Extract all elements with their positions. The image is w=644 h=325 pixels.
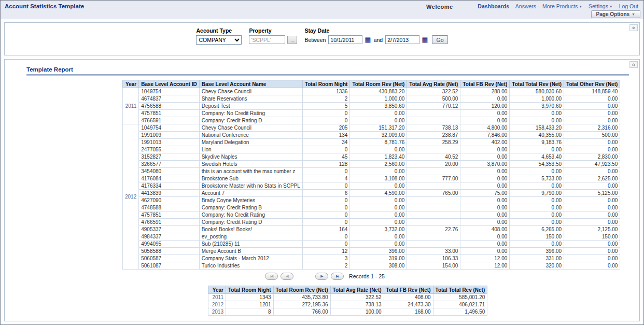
data-cell: 2477055 xyxy=(139,146,199,153)
go-button[interactable]: Go xyxy=(432,35,447,44)
calendar-icon[interactable]: ▦ xyxy=(422,36,428,43)
table-row: 5060587Company Stats - March 20123319.00… xyxy=(123,255,620,262)
data-cell: 1,823.40 xyxy=(350,153,407,161)
data-cell: 1991013 xyxy=(139,139,199,146)
summary-header: YearTotal Room NightTotal Room Rev (Net)… xyxy=(208,286,487,294)
data-cell: 20.00 xyxy=(407,161,460,168)
data-cell: 320.00 xyxy=(510,262,564,270)
data-cell: 1,000.00 xyxy=(510,95,564,103)
column-header: Total Avg Rate (Net) xyxy=(407,80,460,88)
summary-column-header: Total Room Night xyxy=(226,286,274,294)
calendar-icon[interactable]: ▦ xyxy=(365,36,371,43)
summary-column-header: Total FB Rev (Net) xyxy=(384,286,433,294)
nav-link-log-out[interactable]: Log Out xyxy=(619,3,638,9)
table-row: 5058588Merge Account B12396.0033.000.003… xyxy=(123,248,620,255)
data-cell: 0.00 xyxy=(510,204,564,211)
table-row: 4748588Company: Credit Rating B00.000.00… xyxy=(123,204,620,211)
table-row: 3454080this is an account with the max n… xyxy=(123,168,620,175)
previous-page-button[interactable]: ◀ xyxy=(281,273,293,280)
data-cell: Company: Credit Rating B xyxy=(199,204,302,211)
last-page-button[interactable]: ▶| xyxy=(331,273,344,280)
data-cell: 106.33 xyxy=(407,255,460,262)
data-cell: 4756588 xyxy=(139,103,199,110)
between-label: Between xyxy=(304,37,326,43)
account-type-select[interactable]: COMPANY xyxy=(196,35,242,45)
top-bar: Account Statistics Template Welcome Dash… xyxy=(1,1,643,19)
data-cell: 4766591 xyxy=(139,219,199,226)
summary-row: 20111343435,733.80322.52408.00585,001.20 xyxy=(208,294,487,301)
data-cell: 4757851 xyxy=(139,211,199,219)
data-cell: 0.00 xyxy=(350,219,407,226)
collapse-filter-button[interactable]: » xyxy=(629,24,638,31)
data-cell: 0.00 xyxy=(460,117,510,124)
property-browse-button[interactable]: ... xyxy=(287,36,297,44)
data-cell: 0.00 xyxy=(350,211,407,219)
data-cell: 0.00 xyxy=(564,255,620,262)
data-cell: 308.00 xyxy=(350,262,407,270)
data-cell: 45 xyxy=(302,153,350,161)
stay-date-from-input[interactable] xyxy=(328,35,362,44)
data-cell: 32,009.00 xyxy=(350,132,407,139)
summary-cell: 272,195.36 xyxy=(273,301,330,308)
nav-link-dashboards[interactable]: Dashboards xyxy=(478,3,509,9)
summary-cell: 1,496.50 xyxy=(433,308,487,316)
year-cell: 2011 xyxy=(123,88,139,124)
data-cell: 1991009 xyxy=(139,132,199,139)
data-cell: 402.00 xyxy=(460,139,510,146)
data-cell: Brookstone Master with no Stats in SCPPL xyxy=(199,182,302,190)
summary-cell: 322.52 xyxy=(330,294,384,301)
summary-column-header: Total Total Rev (Net) xyxy=(433,286,487,294)
data-cell: Maryland Delegation xyxy=(199,139,302,146)
stay-date-to-input[interactable] xyxy=(385,35,419,44)
data-cell: 4627090 xyxy=(139,197,199,204)
nav-link-answers[interactable]: Answers xyxy=(515,3,536,9)
chevron-down-icon: ▼ xyxy=(608,5,613,8)
data-cell: 9,790.00 xyxy=(510,190,564,197)
data-cell: Company: No Credit Rating xyxy=(199,211,302,219)
data-cell: 5058588 xyxy=(139,248,199,255)
data-cell xyxy=(407,197,460,204)
data-cell: 770.12 xyxy=(407,103,460,110)
data-cell: 33.00 xyxy=(407,248,460,255)
data-cell: 396.00 xyxy=(350,248,407,255)
year-cell: 2012 xyxy=(208,301,226,308)
pagination: |◀◀▶▶| Records 1 - 25 xyxy=(122,273,527,280)
nav-link-settings[interactable]: Settings ▼ xyxy=(589,3,613,9)
data-cell: Company: Credit Rating D xyxy=(199,219,302,226)
stay-date-field: Stay Date Between ▦ and ▦ Go xyxy=(304,27,447,45)
filter-section: » Account Type COMPANY Property ... Stay… xyxy=(4,22,640,55)
data-cell: 322.52 xyxy=(407,88,460,95)
data-cell: Merge Account B xyxy=(199,248,302,255)
table-row: 4757851Company: No Credit Rating00.000.0… xyxy=(123,211,620,219)
data-cell: 1049754 xyxy=(139,88,199,95)
data-cell: 0.00 xyxy=(460,175,510,182)
data-cell: 40.52 xyxy=(407,153,460,161)
data-cell: 0.00 xyxy=(564,182,620,190)
first-page-button[interactable]: |◀ xyxy=(265,273,278,280)
nav-link-more-products[interactable]: More Products ▼ xyxy=(542,3,582,9)
page-options-button[interactable]: Page Options▼ xyxy=(591,10,640,18)
data-cell: Brady Coyne Mysteries xyxy=(199,197,302,204)
collapse-report-button[interactable]: » xyxy=(629,61,638,68)
data-cell: 430,883.20 xyxy=(350,88,407,95)
table-row: 3152827Skydive Naples451,823.4040.520.00… xyxy=(123,153,620,161)
data-cell: 0.00 xyxy=(510,110,564,117)
summary-cell: 168.00 xyxy=(384,308,433,316)
table-row: 4756588Deposit Test53,850.60770.12120.00… xyxy=(123,103,620,110)
summary-row: 20138766.00100.00168.001,496.50 xyxy=(208,308,487,316)
data-cell: 3152827 xyxy=(139,153,199,161)
data-cell: Chevy Chase Council xyxy=(199,88,302,95)
property-input[interactable] xyxy=(249,35,285,44)
data-cell: Lion xyxy=(199,146,302,153)
data-cell: 5061087 xyxy=(139,262,199,270)
data-cell: 12 xyxy=(302,248,350,255)
stay-date-label: Stay Date xyxy=(304,27,447,34)
nav-separator: – xyxy=(614,3,618,9)
data-cell: 0.00 xyxy=(510,241,564,248)
account-type-field: Account Type COMPANY xyxy=(196,27,242,45)
data-cell: 0.00 xyxy=(564,211,620,219)
data-cell: 75.00 xyxy=(460,190,510,197)
data-cell: 0.00 xyxy=(460,219,510,226)
data-cell: Deposit Test xyxy=(199,103,302,110)
next-page-button[interactable]: ▶ xyxy=(315,273,328,280)
